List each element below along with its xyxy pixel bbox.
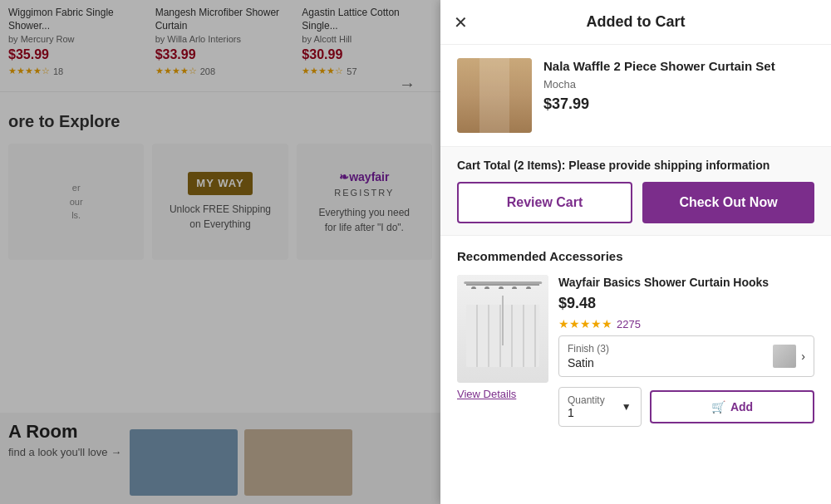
finish-selector[interactable]: Finish (3) Satin › [558,335,814,377]
finish-swatch [773,345,796,368]
rec-item-image [457,275,548,383]
star-2: ★ [569,317,580,330]
quantity-value: 1 [568,406,605,419]
rec-item-name: Wayfair Basics Shower Curtain Hooks [558,275,814,290]
cart-actions: Review Cart Check Out Now [457,182,814,223]
star-1: ★ [558,317,569,330]
cart-item-variant: Mocha [543,78,814,91]
review-cart-button[interactable]: Review Cart [457,182,632,223]
cart-item-name: Nala Waffle 2 Piece Shower Curtain Set [543,58,814,75]
cart-header: ✕ Added to Cart [440,0,831,45]
cart-total-section: Cart Total (2 Items): Please provide shi… [440,147,831,236]
recommended-section: Recommended Accessories View [440,236,831,440]
finish-value: Satin [568,356,609,369]
stars-row: ★ ★ ★ ★ ★ [558,317,612,330]
finish-right: › [773,345,805,368]
quantity-row: Quantity 1 ▼ 🛒 Add [558,387,814,427]
star-4: ★ [591,317,602,330]
review-count-link[interactable]: 2275 [617,318,641,330]
cart-total-text: Cart Total (2 Items): Please provide shi… [457,159,814,172]
add-to-cart-button[interactable]: 🛒 Add [650,390,814,423]
chevron-right-icon: › [801,350,805,363]
quantity-dropdown-icon[interactable]: ▼ [622,401,632,413]
cart-icon: 🛒 [711,400,725,413]
star-3: ★ [580,317,591,330]
checkout-button[interactable]: Check Out Now [642,182,814,223]
add-label: Add [730,400,753,413]
rec-item-rating: ★ ★ ★ ★ ★ 2275 [558,317,814,330]
hooks-image [457,275,548,383]
quantity-label: Quantity [568,394,605,406]
curtain-image [457,58,532,133]
cart-item: Nala Waffle 2 Piece Shower Curtain Set M… [440,45,831,147]
cart-item-price: $37.99 [543,95,814,113]
view-details-link[interactable]: View Details [457,388,516,400]
recommended-item: View Details Wayfair Basics Shower Curta… [457,275,814,427]
close-button[interactable]: ✕ [454,14,468,31]
cart-title: Added to Cart [587,13,686,31]
cart-item-details: Nala Waffle 2 Piece Shower Curtain Set M… [543,58,814,133]
recommended-title: Recommended Accessories [457,249,814,263]
star-5-half: ★ [602,317,612,330]
rec-item-details: Wayfair Basics Shower Curtain Hooks $9.4… [558,275,814,427]
cart-panel: ✕ Added to Cart Nala Waffle 2 Piece Show… [440,0,831,504]
cart-item-image [457,58,532,133]
finish-label: Finish (3) [568,343,609,355]
quantity-selector[interactable]: Quantity 1 ▼ [558,387,642,427]
rec-item-price: $9.48 [558,295,814,312]
finish-info: Finish (3) Satin [568,343,609,369]
quantity-info: Quantity 1 [568,394,605,419]
